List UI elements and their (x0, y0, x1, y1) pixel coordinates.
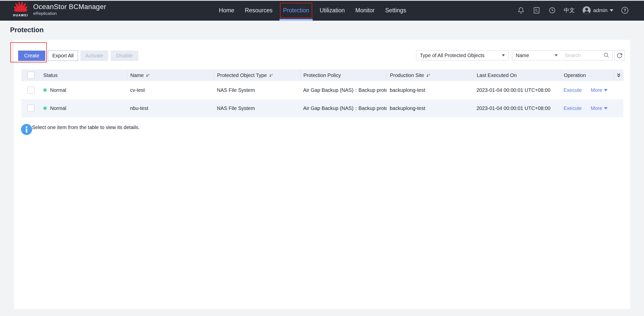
active-tab-indicator (279, 19, 313, 21)
status-ok-dot (43, 88, 47, 92)
nav-item-monitor[interactable]: Monitor (355, 0, 375, 21)
help-icon[interactable]: ? (621, 6, 629, 14)
execute-link[interactable]: Execute (564, 105, 582, 111)
cell-type: NAS File System (214, 99, 300, 117)
col-header-protected-object-type: Protected Object Type (214, 69, 300, 81)
info-tip: Select one item from the table to view i… (21, 125, 140, 130)
topbar-actions: 中文 admin ? (517, 0, 629, 21)
more-link[interactable]: More (591, 105, 602, 111)
page-title: Protection (10, 26, 44, 34)
column-settings-button[interactable] (614, 69, 623, 81)
row-checkbox[interactable] (27, 87, 34, 94)
status-ok-dot (43, 106, 47, 110)
col-header-operation: Operation (560, 69, 614, 81)
task-report-icon[interactable] (533, 6, 541, 14)
cell-operation: Execute More (560, 81, 614, 99)
user-caret-icon (610, 9, 613, 12)
cell-last-executed: 2023-01-04 00:00:01 UTC+08:00 (473, 81, 560, 99)
search-input[interactable] (561, 53, 603, 58)
cell-status: Normal (40, 81, 127, 99)
window-top-edge (0, 0, 644, 1)
more-caret-icon (604, 107, 608, 109)
toolbar: Create Export All Activate Disable (18, 51, 138, 61)
table-header-row: Status Name Protected Object Type (21, 69, 623, 81)
cell-site: backuplong-test (387, 99, 473, 117)
cell-name: nbu-test (127, 99, 214, 117)
avatar-icon (582, 6, 591, 15)
protected-object-type-select[interactable]: Type of All Protected Objects (416, 50, 509, 60)
disable-button[interactable]: Disable (111, 51, 138, 61)
col-header-status: Status (40, 69, 127, 81)
cell-type: NAS File System (214, 81, 300, 99)
info-icon (21, 124, 32, 135)
select-all-checkbox[interactable] (27, 72, 34, 79)
nav-item-resources[interactable]: Resources (244, 0, 273, 21)
create-button[interactable]: Create (18, 51, 45, 61)
table-row[interactable]: Normal nbu-test NAS File System Air Gap … (21, 99, 623, 117)
more-link[interactable]: More (591, 87, 602, 93)
sort-icon[interactable] (426, 73, 430, 77)
product-name: OceanStor BCManager (33, 3, 106, 11)
sort-icon[interactable] (269, 73, 273, 77)
language-switch[interactable]: 中文 (564, 7, 575, 14)
export-all-button[interactable]: Export All (48, 51, 78, 61)
nav-item-protection[interactable]: Protection (283, 0, 310, 21)
cell-policy: Air Gap Backup (NAS)：Backup prote... (300, 99, 387, 117)
select-caret-icon (555, 54, 558, 56)
huawei-wordmark: HUAWEI (12, 14, 30, 17)
nav-item-home[interactable]: Home (218, 0, 235, 21)
cell-operation: Execute More (560, 99, 614, 117)
huawei-flower-icon (14, 2, 27, 13)
search-box (561, 50, 613, 60)
search-field-select[interactable]: Name (512, 50, 561, 60)
execute-link[interactable]: Execute (564, 87, 582, 93)
info-message: Select one item from the table to view i… (32, 125, 140, 130)
huawei-logo: HUAWEI (12, 2, 30, 17)
select-caret-icon (502, 54, 505, 56)
nav-item-utilization[interactable]: Utilization (319, 0, 345, 21)
notification-bell-icon[interactable] (517, 6, 525, 14)
cell-last-executed: 2023-01-04 00:00:01 UTC+08:00 (473, 99, 560, 117)
col-header-last-executed-on: Last Executed On (473, 69, 560, 81)
brand: HUAWEI OceanStor BCManager eReplication (12, 2, 106, 17)
history-clock-icon[interactable] (548, 6, 556, 14)
refresh-icon (616, 52, 623, 59)
cell-site: backuplong-test (387, 81, 473, 99)
cell-status: Normal (40, 99, 127, 117)
cell-policy: Air Gap Backup (NAS)：Backup prote... (300, 81, 387, 99)
activate-button[interactable]: Activate (80, 51, 108, 61)
double-chevron-down-icon (617, 73, 621, 78)
col-header-name: Name (127, 69, 214, 81)
col-header-protection-policy: Protection Policy (300, 69, 387, 81)
protection-table: Status Name Protected Object Type (21, 69, 623, 117)
svg-text:?: ? (624, 8, 626, 13)
sort-icon[interactable] (146, 73, 150, 77)
brand-text: OceanStor BCManager eReplication (33, 3, 106, 16)
table-row[interactable]: Normal cv-test NAS File System Air Gap B… (21, 81, 623, 99)
nav-item-settings[interactable]: Settings (385, 0, 407, 21)
content-card: Create Export All Activate Disable Type … (14, 40, 630, 309)
user-menu[interactable]: admin (582, 6, 613, 15)
more-caret-icon (604, 89, 608, 91)
main-nav: Home Resources Protection Utilization Mo… (218, 0, 407, 21)
cell-name: cv-test (127, 81, 214, 99)
user-name: admin (593, 7, 608, 13)
col-header-production-site: Production Site (387, 69, 473, 81)
product-edition: eReplication (33, 11, 106, 16)
refresh-button[interactable] (614, 50, 625, 60)
row-checkbox[interactable] (27, 105, 34, 112)
topbar: HUAWEI OceanStor BCManager eReplication … (0, 0, 644, 21)
search-icon[interactable] (603, 52, 610, 59)
app-screen: HUAWEI OceanStor BCManager eReplication … (0, 0, 644, 316)
